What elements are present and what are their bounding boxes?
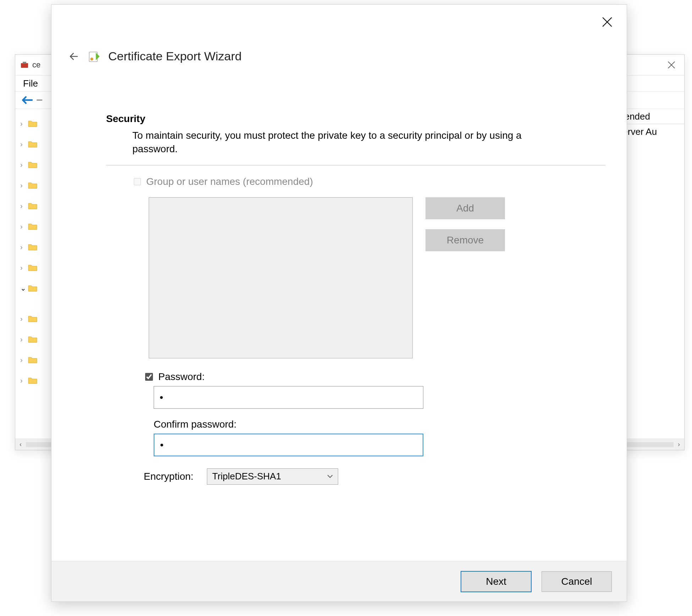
background-close-icon[interactable] bbox=[661, 58, 681, 72]
security-description: To maintain security, you must protect t… bbox=[132, 129, 540, 156]
tree-item[interactable]: › bbox=[15, 134, 55, 154]
remove-button: Remove bbox=[425, 229, 505, 251]
certmgr-app-icon bbox=[20, 61, 29, 69]
confirm-password-input[interactable] bbox=[154, 434, 423, 456]
folder-icon bbox=[28, 120, 37, 127]
folder-icon bbox=[28, 264, 37, 271]
password-input[interactable] bbox=[154, 386, 423, 409]
scroll-right-icon[interactable]: › bbox=[676, 440, 682, 449]
folder-icon bbox=[28, 315, 37, 323]
security-heading: Security bbox=[106, 113, 605, 125]
folder-icon bbox=[28, 335, 37, 343]
tree-item[interactable]: › bbox=[15, 113, 55, 134]
svg-rect-0 bbox=[21, 63, 28, 68]
folder-icon bbox=[28, 202, 37, 210]
scroll-left-icon[interactable]: ‹ bbox=[17, 440, 24, 449]
background-tree: › › › › › › › › ⌄ › › › › bbox=[15, 111, 55, 451]
group-users-listbox[interactable] bbox=[149, 197, 413, 358]
folder-icon bbox=[28, 222, 37, 230]
password-checkbox-row[interactable]: Password: bbox=[144, 371, 605, 383]
password-label: Password: bbox=[158, 371, 205, 383]
add-button: Add bbox=[425, 197, 505, 219]
tree-item[interactable]: › bbox=[15, 329, 55, 350]
background-title: ce bbox=[32, 60, 40, 70]
folder-icon bbox=[28, 243, 37, 251]
tree-item[interactable]: › bbox=[15, 154, 55, 175]
cancel-button[interactable]: Cancel bbox=[542, 571, 612, 592]
group-users-checkbox-row[interactable]: Group or user names (recommended) bbox=[132, 176, 605, 187]
folder-icon bbox=[28, 284, 37, 292]
wizard-footer: Next Cancel bbox=[51, 561, 627, 601]
encryption-label: Encryption: bbox=[144, 471, 193, 482]
tree-item[interactable]: › bbox=[15, 237, 55, 257]
tree-item[interactable]: › bbox=[15, 257, 55, 278]
tree-item[interactable]: › bbox=[15, 350, 55, 370]
confirm-password-label: Confirm password: bbox=[154, 419, 605, 430]
group-users-checkbox[interactable] bbox=[134, 178, 141, 185]
wizard-title: Certificate Export Wizard bbox=[108, 49, 242, 63]
tree-item[interactable]: › bbox=[15, 216, 55, 237]
encryption-select[interactable]: TripleDES-SHA1 bbox=[207, 468, 338, 485]
toolbar-forward-icon bbox=[37, 95, 45, 105]
tree-item[interactable]: › bbox=[15, 175, 55, 196]
folder-icon bbox=[28, 356, 37, 364]
folder-icon bbox=[28, 161, 37, 169]
wizard-cert-icon bbox=[87, 50, 102, 63]
chevron-down-icon bbox=[327, 474, 333, 479]
group-users-label: Group or user names (recommended) bbox=[146, 176, 313, 187]
close-icon[interactable] bbox=[600, 15, 615, 29]
encryption-value: TripleDES-SHA1 bbox=[212, 471, 281, 482]
password-checkbox[interactable] bbox=[145, 373, 153, 381]
toolbar-back-icon[interactable] bbox=[20, 95, 33, 105]
back-arrow-icon[interactable] bbox=[67, 50, 81, 63]
folder-icon bbox=[28, 140, 37, 148]
svg-point-3 bbox=[90, 57, 93, 60]
folder-icon bbox=[28, 181, 37, 189]
next-button[interactable]: Next bbox=[461, 571, 532, 592]
certificate-export-wizard-dialog: Certificate Export Wizard Security To ma… bbox=[51, 4, 627, 602]
tree-item[interactable]: › bbox=[15, 370, 55, 391]
tree-item[interactable]: › bbox=[15, 308, 55, 329]
tree-item[interactable]: ⌄ bbox=[15, 278, 55, 298]
divider bbox=[106, 165, 605, 165]
menu-file[interactable]: File bbox=[23, 78, 38, 89]
folder-icon bbox=[28, 376, 37, 384]
svg-rect-1 bbox=[23, 62, 26, 64]
tree-item[interactable]: › bbox=[15, 196, 55, 216]
